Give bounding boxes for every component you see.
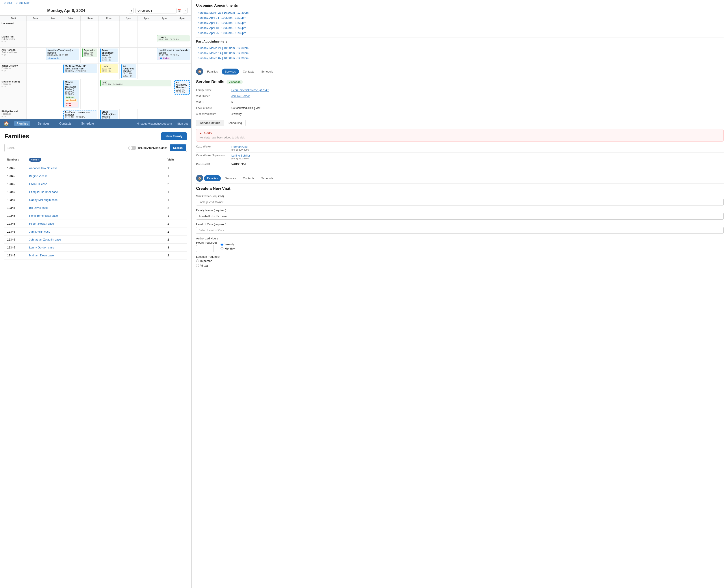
past-appointments-toggle[interactable]: Past Appointments ∨ [196, 40, 724, 43]
event-block[interactable]: Court 12:00 PM - 04:00 PM [100, 80, 172, 86]
hours-input[interactable] [196, 245, 214, 252]
visit-owner-input[interactable] [196, 198, 724, 206]
weekly-radio-label[interactable]: Weekly [221, 243, 235, 246]
family-name[interactable]: Mairiam Dean case [26, 252, 165, 259]
family-name[interactable]: Ezequiel Brunner case [26, 188, 165, 196]
past-appointment-link[interactable]: Thursday, March 07 | 10:30am - 12:30pm [196, 56, 724, 61]
event-block[interactable]: Maryam Davis case(Syble Reichert) 10:00 … [63, 80, 79, 108]
event-block[interactable]: Stevie Zanders(Albert Watson) 12:00 PM -… [100, 110, 118, 119]
in-person-radio[interactable] [196, 259, 199, 262]
event-block[interactable]: Supervision 11:00 AM - 12:30 PM [82, 48, 97, 57]
family-name[interactable]: Annabell Hox Sr. case [26, 164, 165, 172]
signout-btn[interactable]: Sign out [177, 122, 188, 125]
event-block[interactable]: Auren Spark(Hope Widmer) 12:30 PM - 02:3… [100, 48, 118, 62]
upcoming-appointment-link[interactable]: Thursday, April 04 | 10:30am - 12:30pm [196, 15, 724, 20]
family-name[interactable]: Hilbert Rowan case [26, 220, 165, 228]
nav-families[interactable]: Families [14, 121, 30, 126]
cw-name-link[interactable]: Herman Crist [231, 145, 249, 148]
archive-toggle[interactable] [128, 146, 136, 150]
family-name-link[interactable]: Ezequiel Brunner case [29, 190, 58, 194]
col-12pm: 12pm [98, 16, 119, 21]
search-button[interactable]: Search [170, 144, 186, 151]
family-name-link[interactable]: Henri Tomenickel case [29, 214, 58, 217]
rmid-tab-schedule[interactable]: Schedule [258, 68, 276, 75]
upcoming-appointment-link[interactable]: Thursday, April 11 | 10:30am - 12:30pm [196, 20, 724, 25]
settings-label: ⚙ stage@launchscout.com [137, 122, 172, 125]
family-name-link[interactable]: Brigitte V case [29, 174, 48, 178]
event-block[interactable]: Lunch 12:00 PM - 01:00 PM [100, 64, 118, 73]
col-name-header[interactable]: Name ↑ [26, 155, 165, 164]
event-block[interactable]: Training 03:00 PM - 06:00 PM [157, 35, 190, 41]
rbot-tab-families[interactable]: Families [204, 175, 221, 181]
upcoming-appointment-link[interactable]: Thursday, March 28 | 10:30am - 12:30pm [196, 10, 724, 15]
detail-value[interactable]: Jeremie Gordon [231, 94, 250, 98]
family-name[interactable]: Lenny Gordon case [26, 244, 165, 252]
sub-tab-service-details[interactable]: Service Details [196, 120, 224, 126]
family-name-link[interactable]: Ervin Hill case [29, 182, 47, 186]
family-name[interactable]: Ervin Hill case [26, 180, 165, 188]
family-name[interactable]: Henri Tomenickel case [26, 212, 165, 220]
search-input[interactable] [19, 144, 126, 151]
rbot-tab-services[interactable]: Services [222, 175, 239, 181]
event-block[interactable]: Kai Azer(Corey Thrasher) 01:00 PM - 03:0… [121, 64, 136, 78]
family-name[interactable]: Bill Davis case [26, 204, 165, 212]
next-date-btn[interactable]: › [183, 8, 188, 14]
staff-link[interactable]: ⊙ Staff [3, 1, 12, 4]
family-name-link[interactable]: Lenny Gordon case [29, 246, 54, 249]
family-name-link[interactable]: Hilbert Rowan case [29, 222, 54, 225]
past-appointment-link[interactable]: Thursday, March 14 | 10:30am - 12:30pm [196, 50, 724, 56]
col-staff: Staff [0, 16, 27, 21]
table-row: Madison Spring Facilitator ✏ ⊙ Maryam Da… [0, 79, 191, 109]
family-name-link[interactable]: Annabell Hox Sr. case [29, 166, 57, 170]
family-name[interactable]: Johnathan Zelauflin case [26, 236, 165, 244]
family-name-input[interactable] [196, 213, 724, 219]
new-family-button[interactable]: New Family [161, 132, 187, 140]
rmid-tab-families[interactable]: Families [204, 68, 221, 75]
family-name-link[interactable]: Jamil Aeilin case [29, 230, 50, 233]
monthly-radio-label[interactable]: Monthly [221, 247, 235, 250]
family-name[interactable]: Gabby McLaugin case [26, 196, 165, 204]
sub-tab-scheduling[interactable]: Scheduling [224, 120, 246, 126]
family-visits: 2 [165, 180, 187, 188]
visit-owner-label: Visit Owner (required) [196, 194, 724, 198]
nav-contacts[interactable]: Contacts [57, 121, 73, 126]
monthly-radio[interactable] [221, 247, 223, 250]
event-block[interactable]: Jamil Veum case(Andrew Sanders) 10:00 AM… [63, 110, 97, 119]
nav-services[interactable]: Services [36, 121, 52, 126]
event-block[interactable]: Ms. Deion Walker MD case(Jarromy Pate) 1… [63, 64, 97, 73]
rmid-tab-services[interactable]: Services [222, 68, 239, 75]
event-block[interactable]: Joheuthan Zulauf case(Ila Rempel) 09:00 … [46, 48, 79, 60]
upcoming-appointment-link[interactable]: Thursday, April 18 | 10:30am - 12:30pm [196, 25, 724, 30]
prev-date-btn[interactable]: ‹ [129, 8, 134, 14]
event-block[interactable]: Henri Homenick case(Jeremie Sporer) 03:0… [157, 48, 190, 60]
family-name-link[interactable]: Bill Davis case [29, 206, 48, 209]
sub-staff-link[interactable]: ⊙ Sub Staff [16, 1, 29, 4]
family-name-link[interactable]: Johnathan Zelauflin case [29, 238, 61, 241]
rbot-tab-contacts[interactable]: Contacts [240, 175, 257, 181]
date-input[interactable] [135, 8, 176, 14]
in-person-radio-label[interactable]: In person [196, 259, 724, 262]
rmid-tab-contacts[interactable]: Contacts [240, 68, 257, 75]
family-visits: 2 [165, 204, 187, 212]
level-of-care-select[interactable]: Select Level of Care [196, 227, 724, 234]
authorized-hours-group: Authorized Hours Hours (required) Weekly… [196, 237, 724, 252]
nav-schedule[interactable]: Schedule [79, 121, 96, 126]
virtual-radio[interactable] [196, 264, 199, 267]
location-label: Location (required) [196, 255, 724, 258]
family-name-link[interactable]: Mairiam Dean case [29, 254, 54, 257]
virtual-radio-label[interactable]: Virtual [196, 264, 724, 267]
detail-value[interactable]: Henri Tomenickel case (#12345) [231, 89, 269, 92]
family-name-link[interactable]: Gabby McLaugin case [29, 198, 58, 202]
weekly-radio[interactable] [221, 243, 223, 246]
schedule-header: Monday, Apr 8, 2024 ‹ 📅 › [0, 6, 191, 16]
name-sort-indicator: Name ↑ [29, 158, 41, 162]
past-appointment-link[interactable]: Thursday, March 21 | 10:30am - 12:30pm [196, 45, 724, 50]
family-name-group: Family Name (required) [196, 209, 724, 219]
cw-name-link[interactable]: Lurline Schiller [231, 154, 250, 157]
family-name[interactable]: Jamil Aeilin case [26, 228, 165, 236]
rbot-tab-schedule[interactable]: Schedule [258, 175, 276, 181]
event-block[interactable]: Kai Azer(Corey Thrasher) 01:00 PM - 03:0… [174, 80, 190, 94]
col-number-header[interactable]: Number ↕ [4, 155, 26, 164]
family-name[interactable]: Brigitte V case [26, 172, 165, 180]
upcoming-appointment-link[interactable]: Thursday, April 25 | 10:30am - 12:30pm [196, 30, 724, 36]
